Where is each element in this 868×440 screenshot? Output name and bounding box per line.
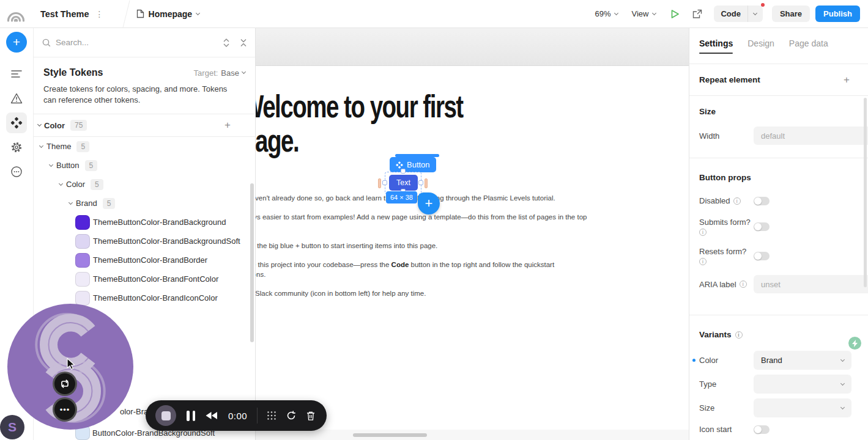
share-button[interactable]: Share — [772, 6, 810, 22]
tokens-panel-button[interactable] — [6, 112, 27, 133]
tree-group-color[interactable]: Color 5 — [34, 175, 255, 194]
outline-panel-button[interactable] — [6, 64, 27, 84]
info-icon — [733, 197, 741, 205]
dynamic-value-bolt-icon[interactable] — [848, 337, 861, 350]
add-repeat-button[interactable]: + — [844, 74, 850, 86]
disabled-toggle[interactable] — [754, 197, 770, 205]
paragraph[interactable]: Or press the big blue + button to start … — [228, 241, 589, 251]
token-name-partial[interactable]: olor-Bra — [120, 407, 148, 416]
aria-label: ARIA label — [699, 280, 736, 289]
spacing-handle-left[interactable] — [378, 178, 381, 188]
chevron-down-icon — [614, 10, 618, 15]
token-row[interactable]: ThemeButtonColor-BrandFontColor — [34, 270, 255, 288]
preview-play-button[interactable] — [669, 9, 680, 20]
stop-recording-button[interactable] — [155, 405, 176, 426]
resize-handle-left[interactable] — [382, 180, 387, 185]
resets-form-toggle[interactable] — [754, 252, 770, 260]
tab-design[interactable]: Design — [747, 38, 774, 64]
page-heading[interactable]: Welcome to your first page. — [242, 89, 463, 158]
topbar-divider — [122, 0, 130, 28]
help-menu-button[interactable] — [6, 161, 27, 182]
token-name: ThemeButtonColor-BrandBackground — [93, 218, 226, 227]
chevron-down-icon — [652, 10, 656, 15]
publish-button[interactable]: Publish — [815, 6, 860, 22]
code-label: Code — [714, 9, 747, 18]
recording-player-bar[interactable]: 0:00 — [146, 400, 327, 431]
token-name: ThemeButtonColor-BrandBackgroundSoft — [93, 237, 240, 246]
restart-recording-button[interactable] — [286, 410, 297, 421]
view-dropdown[interactable]: View — [631, 9, 656, 18]
recording-more-button[interactable]: ••• — [53, 397, 77, 422]
chevron-down-icon — [840, 357, 845, 361]
tree-group-button[interactable]: Button 5 — [34, 156, 255, 175]
variant-type-select[interactable] — [754, 375, 851, 394]
color-section-header[interactable]: Color 75 + — [34, 114, 255, 137]
color-swatch — [75, 253, 90, 268]
plus-icon: + — [13, 35, 20, 50]
target-value-dropdown[interactable]: Base — [221, 68, 239, 78]
open-in-new-icon[interactable] — [692, 9, 702, 19]
token-row[interactable]: ThemeButtonColor-BrandBackground — [34, 213, 255, 232]
paragraph[interactable]: Join our Slack community (icon in bottom… — [228, 288, 589, 298]
collapse-all-icon[interactable] — [240, 38, 247, 47]
zoom-dropdown[interactable]: 69% — [595, 9, 618, 18]
width-input[interactable] — [754, 127, 868, 145]
icon-start-toggle[interactable] — [754, 425, 770, 434]
tree-group-brand[interactable]: Brand 5 — [34, 194, 255, 213]
insert-button[interactable]: + — [6, 32, 27, 53]
heading-line2: page. — [242, 123, 463, 158]
settings-panel-button[interactable] — [6, 137, 27, 158]
rewind-button[interactable] — [205, 411, 218, 420]
icon-start-label: Icon start — [699, 425, 754, 434]
search-input[interactable] — [56, 38, 223, 47]
section-title: Variants — [699, 330, 732, 339]
tab-settings[interactable]: Settings — [699, 38, 733, 64]
spacing-handle-right[interactable] — [425, 178, 428, 188]
info-icon — [699, 229, 707, 236]
aria-label-input[interactable] — [754, 275, 868, 293]
tree-group-theme[interactable]: Theme 5 — [34, 137, 255, 156]
big-blue-insert-button[interactable]: + — [418, 193, 440, 215]
horizontal-scrollbar[interactable] — [353, 433, 427, 437]
paragraph[interactable]: It's always easier to start from example… — [228, 212, 589, 232]
panel-scrollbar[interactable] — [864, 98, 867, 287]
panel-tabs: Settings Design Page data — [689, 28, 868, 64]
code-button[interactable]: Code — [714, 6, 763, 22]
section-title: Size — [699, 107, 716, 116]
tree-count-badge: 5 — [76, 141, 89, 152]
pause-button[interactable] — [187, 411, 195, 421]
drag-grid-button[interactable] — [267, 411, 276, 420]
token-search-bar — [34, 28, 255, 57]
expand-all-icon[interactable] — [223, 38, 229, 47]
submits-form-toggle[interactable] — [754, 222, 770, 231]
token-name: ThemeButtonColor-BrandIconColor — [93, 293, 218, 302]
page-body-text[interactable]: If you haven't already done so, go back … — [228, 193, 589, 307]
recording-loop-button[interactable] — [53, 372, 77, 396]
project-title: Test Theme — [40, 9, 89, 19]
resets-form-label: Resets form? — [699, 247, 746, 256]
variant-color-select[interactable]: Brand — [754, 351, 851, 370]
tab-label: Page data — [789, 38, 828, 48]
panel-scrollbar[interactable] — [250, 183, 254, 342]
add-token-button[interactable]: + — [224, 119, 231, 131]
component-tag-button[interactable]: Button — [390, 157, 436, 172]
disabled-label: Disabled — [699, 196, 730, 205]
token-row[interactable]: ThemeButtonColor-BrandBorder — [34, 251, 255, 270]
tree-count-badge: 5 — [103, 198, 116, 209]
submits-form-label: Submits form? — [699, 218, 751, 227]
info-icon — [740, 280, 747, 288]
paragraph-bold-text: Code — [391, 261, 409, 268]
paragraph[interactable]: Integrate this project into your codebas… — [228, 260, 589, 279]
resize-handle-top[interactable] — [401, 169, 406, 174]
variant-size-select[interactable] — [754, 398, 851, 417]
resize-handle-right[interactable] — [418, 180, 423, 185]
page-switcher[interactable]: Homepage — [136, 9, 200, 19]
token-name: ThemeButtonColor-BrandBorder — [93, 255, 207, 265]
delete-recording-button[interactable] — [306, 411, 316, 421]
project-menu-button[interactable]: ⋮ — [95, 9, 104, 19]
recording-app-badge[interactable]: S — [0, 415, 24, 439]
tab-page-data[interactable]: Page data — [789, 38, 828, 64]
token-row[interactable]: ThemeButtonColor-BrandBackgroundSoft — [34, 232, 255, 251]
share-label: Share — [780, 9, 802, 18]
issues-panel-button[interactable] — [6, 88, 27, 109]
